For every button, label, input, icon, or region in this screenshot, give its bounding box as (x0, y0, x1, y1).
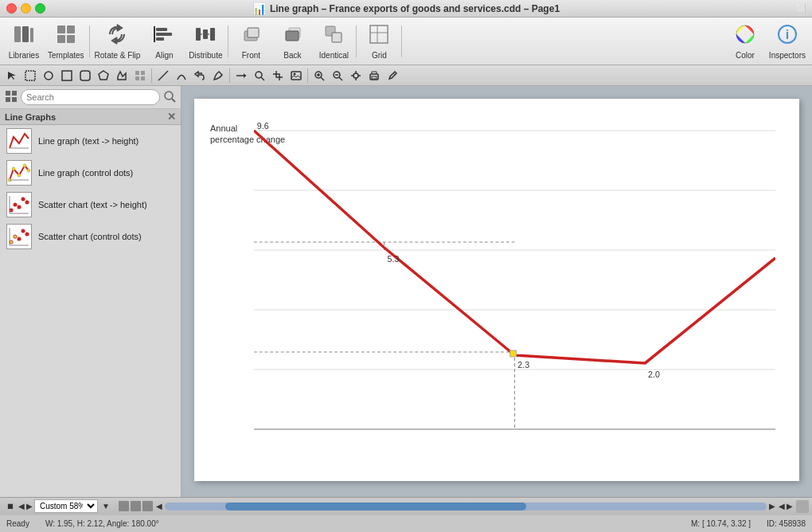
svg-marker-38 (244, 73, 246, 78)
toolbar-inspectors[interactable]: i Inspectors (766, 21, 809, 62)
view-mode-1[interactable] (119, 501, 129, 511)
search-icon[interactable] (163, 90, 176, 105)
print-tool[interactable] (365, 67, 383, 84)
svg-point-68 (14, 203, 18, 207)
sidebar-item-line-control-dots[interactable]: Line graph (control dots) (0, 157, 181, 189)
toolbar-rotate-flip[interactable]: Rotate & Flip (92, 21, 144, 62)
page-zoom-select[interactable]: Custom 58% (34, 499, 98, 513)
svg-point-42 (294, 72, 296, 75)
stop-button[interactable]: ⏹ (6, 502, 14, 510)
zoom-select-tool[interactable] (251, 67, 268, 84)
more-shapes-tool[interactable] (131, 67, 149, 84)
svg-rect-19 (286, 31, 299, 41)
scroll-right-button[interactable]: ▶ (769, 502, 775, 510)
line-tool[interactable] (154, 67, 172, 84)
crop-tool[interactable] (269, 67, 287, 84)
sep4 (401, 25, 402, 57)
svg-rect-7 (156, 28, 167, 31)
svg-rect-41 (291, 72, 301, 80)
svg-rect-28 (25, 71, 35, 80)
toolbar-identical[interactable]: Identical (313, 21, 354, 62)
eyedropper-tool[interactable] (384, 67, 401, 84)
svg-rect-4 (67, 25, 75, 33)
resize-button[interactable]: ⬜ (796, 4, 806, 13)
rounded-rect-tool[interactable] (76, 67, 94, 84)
ready-status: Ready (6, 519, 29, 528)
pan-tool[interactable] (347, 67, 365, 84)
toolbar-align[interactable]: Align (143, 21, 185, 62)
sep-draw1 (151, 68, 152, 83)
line-text-height-icon (6, 128, 32, 154)
extra-right-button[interactable]: ▶ (787, 502, 793, 510)
pen-tool[interactable] (209, 67, 227, 84)
svg-point-62 (12, 167, 15, 170)
undo-tool[interactable] (191, 67, 209, 84)
svg-rect-35 (141, 76, 145, 80)
select-tool[interactable] (3, 67, 21, 84)
section-title: Line Graphs (5, 112, 56, 122)
svg-rect-12 (203, 29, 208, 39)
window-controls (6, 3, 45, 14)
toolbar-templates[interactable]: Templates (45, 21, 88, 62)
svg-rect-79 (10, 241, 13, 244)
toolbar: Libraries Templates Rotate & Flip Align (0, 18, 812, 65)
canvas-area[interactable]: Annual percentage change (182, 86, 812, 497)
toolbar-libraries[interactable]: Libraries (3, 21, 45, 62)
svg-point-63 (18, 174, 21, 177)
view-mode-2[interactable] (131, 501, 141, 511)
sidebar-item-line-text-height[interactable]: Line graph (text -> height) (0, 125, 181, 157)
rect-tool[interactable] (58, 67, 76, 84)
connect-tool[interactable] (232, 67, 250, 84)
svg-point-29 (45, 72, 53, 80)
page-navigation: ⏹ ◀ ▶ Custom 58% ▼ (3, 499, 115, 513)
chart-container: Annual percentage change (210, 115, 783, 465)
close-button[interactable] (6, 3, 17, 14)
svg-rect-0 (14, 26, 21, 42)
scatter-control-dots-icon (6, 224, 32, 249)
toolbar-grid[interactable]: Grid (358, 21, 400, 62)
toolbar-color[interactable]: Color (724, 21, 766, 62)
maximize-button[interactable] (35, 3, 45, 14)
identical-label: Identical (319, 51, 349, 60)
zoom-out-area[interactable] (329, 67, 346, 84)
grid-options-button[interactable] (796, 500, 809, 513)
search-input[interactable] (21, 89, 160, 105)
horizontal-scrollbar[interactable] (165, 503, 767, 510)
arc-tool[interactable] (173, 67, 190, 84)
svg-line-40 (261, 77, 264, 80)
extra-nav-buttons: ◀ ▶ (779, 502, 793, 510)
poly-tool[interactable] (95, 67, 112, 84)
zoom-in-area[interactable] (310, 67, 328, 84)
toolbar-back[interactable]: Back (271, 21, 313, 62)
sidebar-item-scatter-control-dots[interactable]: Scatter chart (control dots) (0, 221, 181, 252)
distribute-label: Distribute (189, 51, 222, 60)
svg-rect-8 (156, 33, 172, 36)
sep3 (356, 25, 357, 57)
oval-tool[interactable] (40, 67, 57, 84)
svg-rect-34 (135, 76, 139, 80)
svg-text:2.3: 2.3 (517, 360, 529, 370)
shape-tool[interactable] (113, 67, 131, 84)
document-icon: 📊 (252, 2, 266, 15)
scroll-left-button[interactable]: ◀ (156, 502, 162, 510)
image-tool[interactable] (287, 67, 305, 84)
grid-view-icon[interactable] (5, 90, 18, 105)
front-icon (240, 23, 262, 50)
svg-rect-56 (6, 97, 10, 102)
next-page-button[interactable]: ▶ (26, 502, 33, 510)
toolbar-distribute[interactable]: Distribute (185, 21, 226, 62)
view-mode-3[interactable] (142, 501, 153, 511)
svg-rect-57 (12, 97, 17, 102)
sidebar-item-scatter-text-height[interactable]: Scatter chart (text -> height) (0, 189, 181, 221)
extra-left-button[interactable]: ◀ (779, 502, 785, 510)
svg-point-70 (21, 198, 25, 201)
minimize-button[interactable] (21, 3, 31, 14)
svg-rect-55 (12, 91, 17, 96)
main-content: Line Graphs ✕ Line graph (text -> height… (0, 86, 812, 497)
close-section-button[interactable]: ✕ (167, 111, 176, 123)
toolbar-front[interactable]: Front (230, 21, 271, 62)
sep-draw2 (229, 68, 230, 83)
svg-rect-5 (57, 35, 65, 43)
rect-select-tool[interactable] (21, 67, 39, 84)
prev-page-button[interactable]: ◀ (18, 502, 25, 510)
